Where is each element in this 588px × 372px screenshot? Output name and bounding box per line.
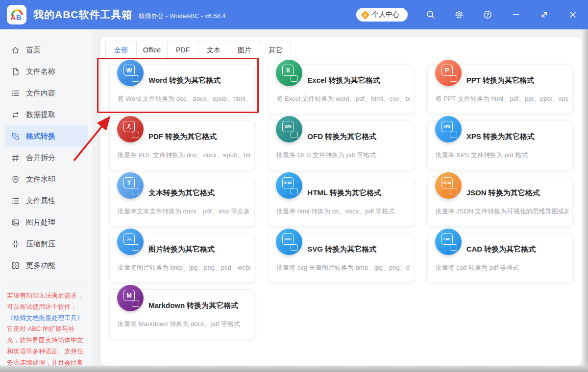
file-props-icon (11, 197, 20, 205)
card-title: SVG 转换为其它格式 (307, 245, 376, 254)
card-title: PPT 转换为其它格式 (466, 76, 534, 85)
merge-split-icon (11, 154, 20, 162)
text-convert-icon: T (117, 172, 144, 199)
titlebar: A B 我的ABC软件工具箱 核烁办公 - WodeABC - v6.58.4 … (0, 0, 588, 29)
app-logo: A B (7, 5, 26, 24)
svg-text:B: B (16, 13, 22, 22)
sidebar-nav: 首页 文件名称 文件内容 数据提取 格式转换 合并拆分 文件水印 文件属性 (0, 29, 93, 276)
card-pdf-convert[interactable]: PDF 转换为其它格式 批量将 PDF 文件转换为 doc、docx、epub、… (109, 120, 255, 170)
tab-image[interactable]: 图片 (229, 41, 260, 60)
ofd-convert-icon: OFD (276, 116, 302, 142)
tab-office[interactable]: Office (136, 41, 168, 60)
card-desc: 批量将 Markdown 转换为 docx、pdf 等格式 (118, 320, 250, 328)
promo-link[interactable]: 《核烁文档批量处理工具》 (7, 313, 86, 324)
card-markdown-convert[interactable]: M Markdown 转换为其它格式 批量将 Markdown 转换为 docx… (109, 289, 255, 339)
sidebar-item-label: 文件属性 (26, 196, 55, 206)
sidebar-item-file-name[interactable]: 文件名称 (5, 61, 88, 82)
card-title: PDF 转换为其它格式 (148, 132, 217, 141)
card-desc: 将 PPT 文件转换为 html、pdf、ppt、pptx、xps 等 (436, 94, 568, 103)
card-word-convert[interactable]: W Word 转换为其它格式 将 Word 文件转换为 doc、docx、epu… (109, 64, 255, 114)
file-name-icon (11, 68, 20, 76)
more-features-icon (11, 261, 20, 270)
sidebar-item-format-convert[interactable]: 格式转换 (5, 125, 88, 147)
card-desc: 批量将 OFD 文件转换为 pdf 等格式 (276, 151, 409, 160)
card-desc: 将 Word 文件转换为 doc、docx、epub、html、pd (118, 94, 250, 103)
app-subtitle: 核烁办公 - WodeABC - v6.58.4 (139, 12, 226, 21)
ppt-convert-icon: P (435, 60, 462, 86)
svg-convert-icon: SVG (276, 229, 302, 255)
user-center-label: 个人中心 (372, 10, 399, 19)
card-ofd-convert[interactable]: OFD OFD 转换为其它格式 批量将 OFD 文件转换为 pdf 等格式 (268, 120, 414, 170)
minimize-icon[interactable] (511, 9, 521, 20)
card-image-convert[interactable]: 图片转换为其它格式 批量将图片转换为 bmp、jpg、png、psd、webp、 (109, 233, 255, 283)
file-content-icon (11, 89, 20, 97)
sidebar-item-label: 更多功能 (26, 261, 55, 270)
image-convert-icon (117, 229, 144, 255)
main-panel: 全部 Office PDF 文本 图片 其它 W Word 转换为其它格式 将 … (100, 37, 582, 366)
card-title: XPS 转换为其它格式 (466, 132, 535, 141)
maximize-icon[interactable] (539, 9, 550, 20)
card-desc: 将 Excel 文件转换为 word、pdf、html、csv、txt、s (276, 94, 409, 103)
vip-badge-icon: V (361, 10, 369, 19)
category-tabs: 全部 Office PDF 文本 图片 其它 (100, 37, 582, 60)
tool-card-grid: W Word 转换为其它格式 将 Word 文件转换为 doc、docx、epu… (109, 64, 573, 339)
svg-text:?: ? (486, 12, 489, 18)
watermark-icon (11, 175, 20, 184)
sidebar-item-more-features[interactable]: 更多功能 (5, 255, 88, 276)
card-title: Excel 转换为其它格式 (307, 76, 380, 85)
card-text-convert[interactable]: T 文本转换为其它格式 批量将文本文件转换为 docx、pdf、xlsx 等众多… (109, 177, 255, 227)
card-title: 文本转换为其它格式 (148, 188, 215, 198)
sidebar-item-label: 文件名称 (26, 67, 55, 76)
sidebar-item-label: 数据提取 (26, 110, 55, 119)
promo-line2: 它是对 ABC 的扩展与补充，软件界面支持简体中文和英语等多种语言、支持任务流连… (7, 324, 86, 372)
close-icon[interactable] (567, 9, 578, 20)
sidebar-item-file-props[interactable]: 文件属性 (5, 190, 88, 211)
sidebar-item-label: 首页 (26, 46, 41, 55)
card-desc: 批量将 html 转换为 txt、docx、pdf 等格式 (276, 207, 409, 216)
sidebar-divider (7, 284, 85, 284)
settings-gear-icon[interactable] (454, 9, 465, 20)
card-title: JSON 转换为其它格式 (466, 188, 540, 198)
json-convert-icon: JSON (435, 172, 462, 199)
home-icon (11, 46, 20, 54)
card-excel-convert[interactable]: X Excel 转换为其它格式 将 Excel 文件转换为 word、pdf、h… (268, 64, 414, 114)
card-cad-convert[interactable]: CAD CAD 转换为其它格式 批量将 cad 转换为 pdf 等格式 (427, 233, 573, 283)
sidebar: 首页 文件名称 文件内容 数据提取 格式转换 合并拆分 文件水印 文件属性 (0, 29, 93, 366)
card-xps-convert[interactable]: XPS XPS 转换为其它格式 批量将 XPS 文件转换为 pdf 格式 (427, 120, 573, 170)
sidebar-item-file-content[interactable]: 文件内容 (5, 82, 88, 104)
card-title: HTML 转换为其它格式 (307, 188, 381, 198)
tab-pdf[interactable]: PDF (167, 41, 198, 60)
card-html-convert[interactable]: HTML HTML 转换为其它格式 批量将 html 转换为 txt、docx、… (268, 177, 414, 227)
excel-convert-icon: X (276, 60, 302, 86)
tab-all[interactable]: 全部 (105, 41, 137, 60)
card-ppt-convert[interactable]: P PPT 转换为其它格式 将 PPT 文件转换为 html、pdf、ppt、p… (427, 64, 573, 114)
format-convert-icon (11, 132, 20, 140)
promo-line1: 若现有功能无法满足需求，可以尝试使用这个软件： (7, 290, 86, 313)
cad-convert-icon: CAD (435, 229, 462, 255)
tab-other[interactable]: 其它 (260, 41, 291, 60)
pdf-logo-icon (123, 121, 135, 132)
card-title: Word 转换为其它格式 (148, 76, 220, 85)
sidebar-item-compress[interactable]: 压缩解压 (5, 233, 88, 255)
window-right-edge (583, 29, 588, 366)
pdf-convert-icon (117, 116, 144, 142)
sidebar-item-label: 格式转换 (26, 132, 55, 141)
user-center-button[interactable]: V 个人中心 (356, 8, 408, 22)
picture-icon (123, 233, 135, 245)
sidebar-item-home[interactable]: 首页 (5, 39, 88, 61)
sidebar-item-label: 图片处理 (26, 218, 55, 227)
card-json-convert[interactable]: JSON JSON 转换为其它格式 批量将 JSON 文件转换为可视化的思维导图… (427, 177, 573, 227)
sidebar-item-data-extract[interactable]: 数据提取 (5, 104, 88, 125)
search-icon[interactable] (425, 9, 436, 20)
word-convert-icon: W (117, 60, 144, 86)
card-svg-convert[interactable]: SVG SVG 转换为其它格式 批量将 svg 矢量图片转换为 bmp、jpg、… (268, 233, 414, 283)
tab-text[interactable]: 文本 (198, 41, 229, 60)
sidebar-item-merge-split[interactable]: 合并拆分 (5, 147, 88, 168)
markdown-convert-icon: M (117, 285, 144, 311)
help-icon[interactable]: ? (482, 9, 493, 20)
sidebar-item-image-process[interactable]: 图片处理 (5, 211, 88, 233)
titlebar-controls: V 个人中心 ? (356, 8, 578, 22)
sidebar-item-label: 合并拆分 (26, 153, 55, 163)
card-desc: 批量将 XPS 文件转换为 pdf 格式 (436, 151, 568, 160)
sidebar-item-watermark[interactable]: 文件水印 (5, 168, 88, 190)
